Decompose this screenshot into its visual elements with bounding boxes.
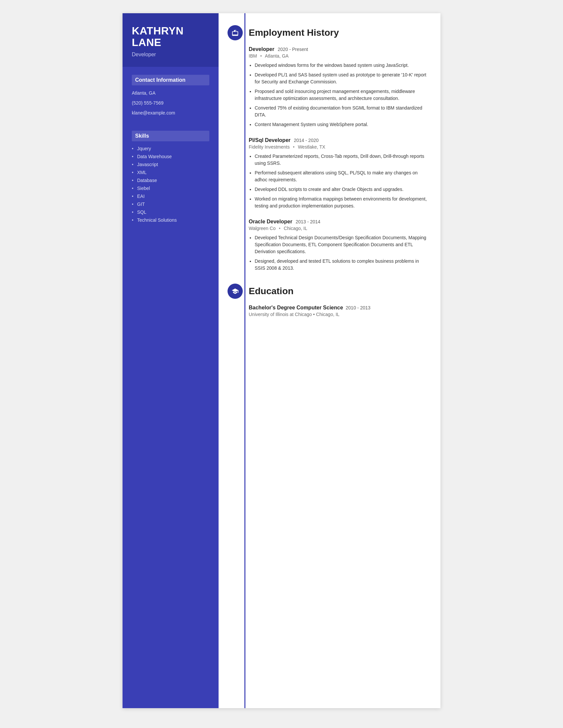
skill-item: EAI [132,194,209,199]
resume-container: KATHRYN LANE Developer Contact Informati… [122,13,441,708]
job-bullet: Developed windows forms for the windows … [255,62,427,69]
job-dates: 2020 - Present [277,47,308,52]
contact-section-title: Contact Information [132,75,209,85]
sidebar-header: KATHRYN LANE Developer [122,13,218,67]
job-title-row: Pl/Sql Developer2014 - 2020 [249,137,427,143]
skill-item: SQL [132,209,209,215]
main-content: Employment History Developer2020 - Prese… [218,13,441,708]
job-bullet: Content Management System using WebSpher… [255,121,427,128]
job-block: Oracle Developer2013 - 2014Walgreen Co •… [235,219,427,272]
job-block: Pl/Sql Developer2014 - 2020Fidelity Inve… [235,137,427,209]
candidate-name: KATHRYN LANE [132,25,209,48]
job-bullet: Converted 75% of existing documentation … [255,105,427,118]
skill-item: Javascript [132,162,209,167]
job-title: Oracle Developer [249,219,293,225]
skill-item: Siebel [132,186,209,191]
job-bullet: Proposed and sold insourcing project man… [255,88,427,102]
sidebar: KATHRYN LANE Developer Contact Informati… [122,13,218,708]
job-title: Pl/Sql Developer [249,137,291,143]
job-company: Fidelity Investments • Westlake, TX [249,144,427,150]
job-bullet: Developed PL/1 and SAS based system used… [255,71,427,85]
edu-block: Bachelor's Degree Computer Science2010 -… [235,305,427,317]
edu-degree: Bachelor's Degree Computer Science2010 -… [249,305,427,311]
job-bullet: Performed subsequent alterations using S… [255,169,427,183]
graduation-icon [227,284,243,299]
job-dates: 2014 - 2020 [294,138,319,143]
edu-school: University of Illinois at Chicago • Chic… [249,312,427,317]
job-company: IBM • Atlanta, GA [249,53,427,59]
jobs-container: Developer2020 - PresentIBM • Atlanta, GA… [235,46,427,272]
education-header: Education [235,284,427,299]
employment-header: Employment History [235,25,427,40]
job-company: Walgreen Co • Chicago, IL [249,226,427,231]
job-title-row: Oracle Developer2013 - 2014 [249,219,427,225]
job-title-row: Developer2020 - Present [249,46,427,52]
job-bullet: Designed, developed and tested ETL solut… [255,258,427,272]
skills-list: JqueryData WarehouseJavascriptXMLDatabas… [132,146,209,223]
job-title: Developer [249,46,274,52]
edu-container: Bachelor's Degree Computer Science2010 -… [235,305,427,317]
job-block: Developer2020 - PresentIBM • Atlanta, GA… [235,46,427,128]
skill-item: Database [132,178,209,183]
education-section: Education Bachelor's Degree Computer Sci… [235,284,427,317]
briefcase-icon [227,25,243,40]
employment-section-title: Employment History [249,27,339,38]
job-bullet: Developed DDL scripts to create and alte… [255,186,427,193]
job-bullet: Created Parameterized reports, Cross-Tab… [255,153,427,167]
education-section-title: Education [249,286,294,296]
job-dates: 2013 - 2014 [296,219,321,224]
job-bullet: Developed Technical Design Documents/Des… [255,234,427,255]
candidate-role: Developer [132,52,209,58]
name-line2: LANE [132,36,161,48]
employment-section: Employment History Developer2020 - Prese… [235,25,427,272]
contact-email: klane@example.com [132,110,209,116]
contact-section: Contact Information Atlanta, GA (520) 55… [122,67,218,123]
job-bullets: Developed Technical Design Documents/Des… [249,234,427,272]
skill-item: Jquery [132,146,209,151]
contact-location: Atlanta, GA [132,90,209,97]
job-bullet: Worked on migrating Informatica mappings… [255,196,427,209]
skills-section: Skills JqueryData WarehouseJavascriptXML… [122,123,218,229]
skill-item: GIT [132,202,209,207]
skill-item: Technical Solutions [132,217,209,223]
contact-phone: (520) 555-7569 [132,100,209,107]
skills-section-title: Skills [132,131,209,141]
job-bullets: Developed windows forms for the windows … [249,62,427,128]
job-bullets: Created Parameterized reports, Cross-Tab… [249,153,427,209]
name-line1: KATHRYN [132,25,183,37]
skill-item: XML [132,170,209,175]
skill-item: Data Warehouse [132,154,209,159]
